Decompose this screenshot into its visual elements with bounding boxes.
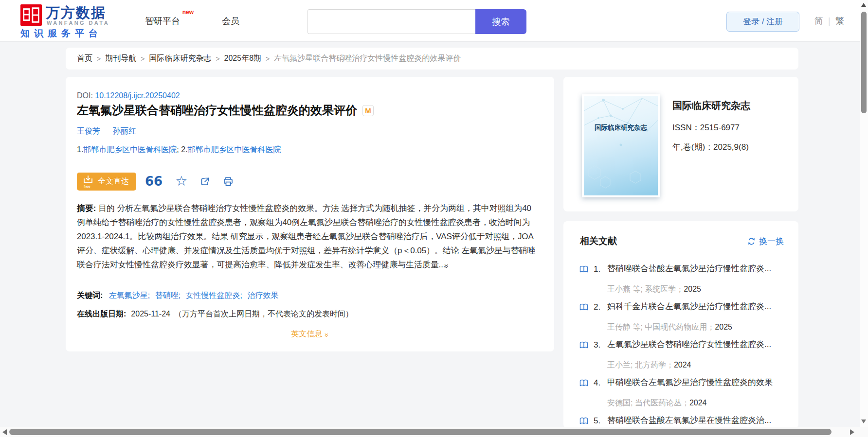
- related-item-year: 2024: [674, 361, 691, 369]
- related-item: 1. 替硝唑联合盐酸左氧氟沙星治疗慢性盆腔炎... 王小燕 等; 系统医学；20…: [563, 263, 798, 301]
- brand-subtitle: 知识服务平台: [20, 27, 102, 40]
- vertical-scrollbar-thumb[interactable]: [861, 12, 867, 113]
- related-item-title[interactable]: 替硝唑联合盐酸左氧氟沙星治疗慢性盆腔炎...: [607, 263, 791, 274]
- nav-item[interactable]: 智研平台new: [145, 15, 180, 27]
- breadcrumb-link[interactable]: 国际临床研究杂志: [149, 53, 211, 64]
- search-input[interactable]: [307, 9, 475, 34]
- print-icon[interactable]: [223, 176, 234, 187]
- journal-cover[interactable]: 国际临床研究杂志: [582, 94, 660, 197]
- book-icon: [579, 417, 588, 425]
- affiliation-link[interactable]: 邯郸市肥乡区中医骨科医院: [188, 145, 281, 154]
- related-item-meta: 王小兰; 北方药学；2024: [607, 360, 791, 370]
- related-item: 4. 甲硝唑联合左氧氟沙星治疗慢性盆腔炎的效果 安德国; 当代医药论丛；2024: [563, 377, 798, 415]
- vertical-scrollbar[interactable]: [860, 0, 868, 427]
- author-link[interactable]: 孙丽红: [113, 126, 136, 137]
- scroll-right-arrow-icon[interactable]: [850, 429, 854, 435]
- nav-item[interactable]: 会员: [222, 15, 239, 27]
- author-list: 王俊芳孙丽红: [77, 126, 136, 137]
- related-item-year: 2025: [684, 285, 701, 293]
- horizontal-scrollbar[interactable]: [0, 427, 868, 437]
- book-icon: [579, 341, 588, 349]
- article-card: DOI: 10.12208/j.ijcr.20250402 左氧氟沙星联合替硝唑…: [66, 77, 554, 351]
- lang-traditional[interactable]: 繁: [835, 15, 844, 27]
- related-item-title[interactable]: 左氧氟沙星联合替硝唑治疗女性慢性盆腔炎...: [607, 339, 791, 350]
- login-register-button[interactable]: 登录 / 注册: [726, 12, 799, 32]
- book-icon: [579, 303, 588, 311]
- scroll-up-arrow-icon[interactable]: [861, 3, 866, 7]
- article-toolbar: free 全文直达 66 ☆: [77, 172, 234, 191]
- journal-cover-title: 国际临床研究杂志: [584, 123, 658, 132]
- share-icon[interactable]: [200, 176, 210, 187]
- breadcrumb-separator: >: [97, 55, 101, 63]
- svg-text:free: free: [84, 184, 90, 188]
- book-icon: [579, 265, 588, 273]
- keywords-row: 关键词: 左氧氟沙星; 替硝唑; 女性慢性盆腔炎; 治疗效果;: [77, 291, 278, 301]
- search-button[interactable]: 搜索: [475, 9, 526, 34]
- online-date-note: （万方平台首次上网日期，不代表论文的发表时间）: [174, 310, 353, 318]
- expand-abstract-icon[interactable]: »: [440, 264, 454, 267]
- scroll-down-arrow-icon[interactable]: [861, 420, 866, 423]
- related-item-title[interactable]: 妇科千金片联合左氧氟沙星治疗慢性盆腔炎...: [607, 301, 791, 312]
- related-item-title[interactable]: 甲硝唑联合左氧氟沙星治疗慢性盆腔炎的效果: [607, 377, 791, 388]
- related-item-meta: 安德国; 当代医药论丛；2024: [607, 398, 791, 408]
- related-item: 2. 妇科千金片联合左氧氟沙星治疗慢性盆腔炎... 王传静 等; 中国现代药物应…: [563, 301, 798, 339]
- related-item-year: 2024: [689, 399, 707, 407]
- online-date-row: 在线出版日期:2025-11-24（万方平台首次上网日期，不代表论文的发表时间）: [77, 309, 353, 319]
- medline-badge-icon[interactable]: M: [362, 105, 374, 116]
- refresh-icon: [747, 237, 756, 245]
- journal-name[interactable]: 国际临床研究杂志: [672, 99, 750, 112]
- favorite-star-icon[interactable]: ☆: [175, 175, 187, 187]
- keyword-link[interactable]: 左氧氟沙星: [109, 291, 148, 299]
- affiliation-link[interactable]: 邯郸市肥乡区中医骨科医院: [83, 145, 177, 154]
- download-free-icon: free: [82, 175, 94, 188]
- lang-simplified[interactable]: 简: [814, 15, 823, 27]
- keyword-link[interactable]: 替硝唑: [155, 291, 179, 299]
- author-link[interactable]: 王俊芳: [77, 126, 100, 137]
- online-date: 2025-11-24: [131, 310, 170, 318]
- breadcrumb-link[interactable]: 期刊导航: [105, 53, 136, 64]
- related-literature-card: 相关文献 换一换 1. 替硝唑联合盐酸左氧氟沙星治疗慢性盆腔炎... 王小燕 等…: [563, 221, 798, 428]
- related-item-year: 2025: [715, 323, 732, 331]
- keyword-link[interactable]: 女性慢性盆腔炎: [186, 291, 240, 299]
- breadcrumb: 首页> 期刊导航> 国际临床研究杂志> 2025年8期> 左氧氟沙星联合替硝唑治…: [66, 48, 798, 70]
- lang-divider: |: [828, 16, 831, 26]
- wanfang-logo-icon[interactable]: [20, 4, 42, 26]
- related-item-meta: 王小燕 等; 系统医学；2025: [607, 284, 791, 295]
- brand-name-en: WANFANG DATA: [47, 20, 109, 26]
- search-bar: 搜索: [307, 9, 526, 34]
- language-toggle: 简 | 繁: [814, 0, 844, 42]
- keyword-link[interactable]: 治疗效果: [247, 291, 278, 299]
- related-item-meta: 王传静 等; 中国现代药物应用；2025: [607, 322, 791, 332]
- related-item-number: 1.: [594, 264, 600, 274]
- affiliation-index: 1.: [77, 145, 83, 154]
- related-title: 相关文献: [580, 235, 617, 247]
- online-date-label: 在线出版日期:: [77, 310, 126, 318]
- doi-link[interactable]: 10.12208/j.ijcr.20250402: [95, 91, 180, 100]
- new-badge: new: [182, 9, 194, 16]
- breadcrumb-separator: >: [141, 55, 145, 63]
- english-info-toggle[interactable]: 英文信息»: [66, 329, 554, 339]
- journal-card: 国际临床研究杂志 国际临床研究杂志 ISSN：2515-6977 年,卷(期)：…: [563, 77, 798, 211]
- breadcrumb-link[interactable]: 2025年8期: [224, 53, 262, 64]
- related-item-number: 5.: [594, 416, 600, 426]
- cite-icon[interactable]: 66: [145, 176, 163, 187]
- refresh-related-button[interactable]: 换一换: [747, 236, 784, 247]
- article-title: 左氧氟沙星联合替硝唑治疗女性慢性盆腔炎的效果评价 M: [77, 103, 374, 118]
- doi-row: DOI: 10.12208/j.ijcr.20250402: [77, 91, 180, 100]
- related-item-number: 4.: [594, 378, 600, 388]
- fulltext-button[interactable]: free 全文直达: [77, 173, 136, 191]
- scroll-left-arrow-icon[interactable]: [2, 429, 7, 435]
- keywords-label: 关键词:: [77, 291, 103, 299]
- related-item-title[interactable]: 替硝唑联合盐酸左氧氟沙星在慢性盆腔炎治...: [607, 415, 791, 426]
- breadcrumb-separator: >: [216, 55, 219, 63]
- affiliation-index: 2.: [181, 145, 187, 154]
- header-nav: 智研平台new 会员: [145, 0, 239, 42]
- affiliation-list: 1.邯郸市肥乡区中医骨科医院; 2.邯郸市肥乡区中医骨科医院;: [77, 145, 281, 155]
- abstract: 摘要: 目的 分析左氧氟沙星联合替硝唑治疗女性慢性盆腔炎的效果。方法 选择方式为…: [77, 201, 537, 272]
- breadcrumb-separator: >: [266, 55, 270, 63]
- related-item: 5. 替硝唑联合盐酸左氧氟沙星在慢性盆腔炎治...: [563, 415, 798, 428]
- doi-label: DOI:: [77, 91, 93, 100]
- breadcrumb-link[interactable]: 首页: [77, 53, 92, 64]
- related-item-number: 3.: [594, 340, 600, 350]
- horizontal-scrollbar-thumb[interactable]: [9, 429, 832, 435]
